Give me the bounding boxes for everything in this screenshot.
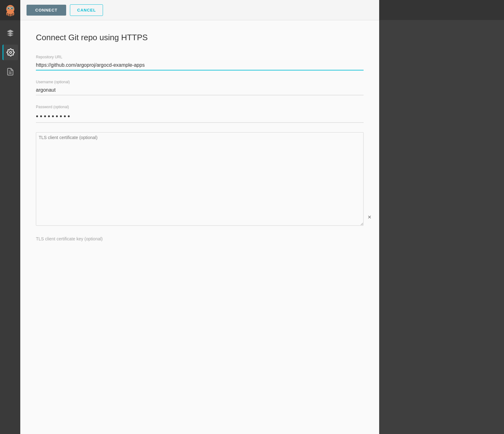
tls-cert-key-label: TLS client certificate key (optional) bbox=[36, 236, 364, 241]
password-group: Password (optional) bbox=[36, 105, 364, 123]
dialog-overlay: CONNECT CANCEL × Connect Git repo using … bbox=[20, 0, 504, 434]
svg-point-4 bbox=[11, 7, 12, 9]
repo-url-group: Repository URL bbox=[36, 55, 364, 70]
username-group: Username (optional) bbox=[36, 80, 364, 95]
password-label: Password (optional) bbox=[36, 105, 364, 109]
sidebar bbox=[0, 0, 20, 434]
close-button[interactable]: × bbox=[366, 212, 373, 222]
svg-point-7 bbox=[10, 51, 12, 54]
dialog-body: Connect Git repo using HTTPS Repository … bbox=[20, 20, 379, 434]
sidebar-item-docs[interactable] bbox=[2, 64, 18, 80]
tls-cert-group bbox=[36, 132, 364, 227]
tls-cert-key-group: TLS client certificate key (optional) bbox=[36, 236, 364, 241]
svg-point-3 bbox=[8, 7, 9, 9]
logo[interactable] bbox=[0, 0, 20, 20]
svg-point-6 bbox=[7, 11, 13, 14]
repo-url-label: Repository URL bbox=[36, 55, 364, 59]
username-input[interactable] bbox=[36, 86, 364, 95]
repo-url-input[interactable] bbox=[36, 61, 364, 70]
username-label: Username (optional) bbox=[36, 80, 364, 84]
tls-cert-textarea[interactable] bbox=[36, 132, 364, 226]
dialog-header: CONNECT CANCEL × bbox=[20, 0, 379, 20]
password-input[interactable] bbox=[36, 111, 364, 123]
dialog: CONNECT CANCEL × Connect Git repo using … bbox=[20, 0, 379, 434]
sidebar-item-layers[interactable] bbox=[2, 25, 18, 41]
cancel-button[interactable]: CANCEL bbox=[70, 4, 103, 16]
main-area: Settings / Repositories CONNECT REPO USI… bbox=[20, 0, 504, 434]
connect-button[interactable]: CONNECT bbox=[27, 5, 66, 16]
sidebar-item-settings[interactable] bbox=[2, 45, 18, 60]
dialog-title: Connect Git repo using HTTPS bbox=[36, 33, 364, 42]
